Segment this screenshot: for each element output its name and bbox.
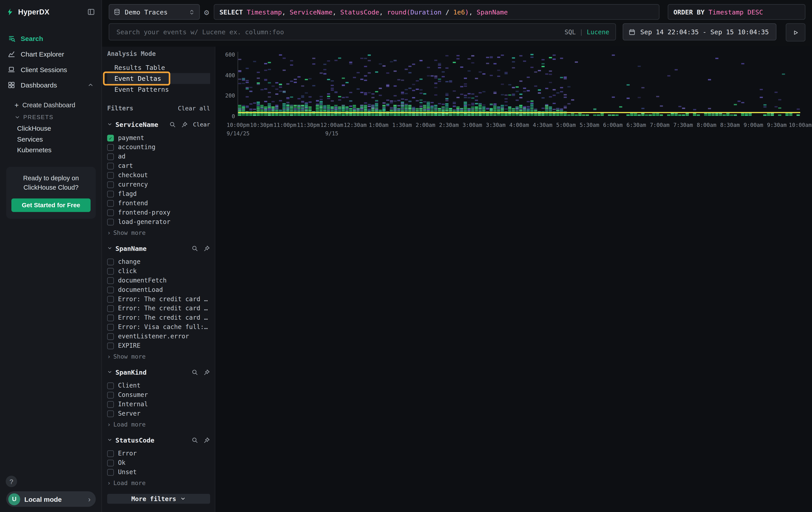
facet-value-ok[interactable]: Ok (107, 458, 210, 467)
checkbox-icon[interactable] (107, 314, 114, 321)
facet-value-eventlistener-error[interactable]: eventListener.error (107, 332, 210, 341)
facet-value-change[interactable]: change (107, 257, 210, 266)
checkbox-icon[interactable] (107, 259, 114, 265)
checkbox-icon[interactable] (107, 268, 114, 274)
nav-client-sessions[interactable]: Client Sessions (0, 62, 102, 77)
get-started-button[interactable]: Get Started for Free (11, 198, 90, 212)
facet-value-frontend[interactable]: frontend (107, 198, 210, 208)
checkbox-icon[interactable] (107, 181, 114, 188)
checkbox-icon[interactable] (107, 469, 114, 476)
checkbox-icon[interactable] (107, 401, 114, 408)
facet-load-more[interactable]: › Load more (107, 421, 210, 428)
facet-value-ad[interactable]: ad (107, 152, 210, 161)
checkbox-icon[interactable] (107, 459, 114, 466)
facet-value-documentfetch[interactable]: documentFetch (107, 276, 210, 285)
facet-value-error-the-credit-card-[interactable]: Error: The credit card (… (107, 304, 210, 313)
facet-load-more[interactable]: › Load more (107, 479, 210, 487)
checkbox-icon[interactable] (107, 172, 114, 179)
facet-value-load-generator[interactable]: load-generator (107, 217, 210, 226)
nav-dashboards[interactable]: Dashboards (0, 77, 102, 93)
facet-value-error-visa-cache-full-[interactable]: Error: Visa cache full: … (107, 322, 210, 332)
facet-value-documentload[interactable]: documentLoad (107, 285, 210, 294)
facet-value-client[interactable]: Client (107, 381, 210, 390)
language-lucene-option[interactable]: Lucene (587, 28, 609, 36)
chevron-up-icon[interactable] (87, 81, 94, 89)
mode-results-table[interactable]: Results Table (107, 62, 210, 73)
facet-value-cart[interactable]: cart (107, 161, 210, 170)
facet-pin-icon[interactable] (203, 245, 210, 251)
mode-event-deltas[interactable]: Event Deltas (107, 73, 210, 84)
facet-value-unset[interactable]: Unset (107, 467, 210, 477)
checkbox-icon[interactable] (107, 277, 114, 284)
run-query-button[interactable] (786, 23, 805, 42)
help-button[interactable]: ? (6, 476, 17, 487)
checkbox-icon[interactable] (107, 324, 114, 330)
checkbox-icon[interactable] (107, 342, 114, 349)
presets-toggle[interactable]: PRESETS (0, 111, 102, 123)
user-menu[interactable]: U Local mode › (6, 491, 96, 507)
facet-header[interactable]: ServiceName Clear (107, 120, 210, 129)
facet-header[interactable]: SpanKind (107, 368, 210, 377)
clear-all-filters-button[interactable]: Clear all (178, 105, 210, 112)
order-by-input[interactable]: ORDER BY Timestamp DESC (668, 4, 805, 20)
facet-search-icon[interactable] (169, 121, 176, 128)
search-input[interactable] (115, 27, 564, 36)
preset-services[interactable]: Services (0, 134, 102, 145)
checkbox-icon[interactable] (107, 200, 114, 206)
checkbox-icon[interactable] (107, 218, 114, 225)
nav-search[interactable]: Search (0, 30, 102, 46)
facet-value-server[interactable]: Server (107, 409, 210, 418)
preset-clickhouse[interactable]: ClickHouse (0, 123, 102, 134)
checkbox-checked-icon[interactable]: ✓ (107, 134, 114, 141)
checkbox-icon[interactable] (107, 305, 114, 312)
facet-search-icon[interactable] (192, 369, 198, 375)
facet-value-consumer[interactable]: Consumer (107, 390, 210, 400)
language-sql-option[interactable]: SQL (564, 28, 576, 36)
source-select[interactable]: Demo Traces (109, 4, 200, 20)
checkbox-icon[interactable] (107, 144, 114, 151)
facet-value-error-the-credit-card-[interactable]: Error: The credit card (… (107, 313, 210, 322)
checkbox-icon[interactable] (107, 392, 114, 398)
facet-value-accounting[interactable]: accounting (107, 142, 210, 152)
facet-value-error[interactable]: Error (107, 449, 210, 458)
mode-event-patterns[interactable]: Event Patterns (107, 84, 210, 95)
facet-value-error-the-credit-card-[interactable]: Error: The credit card (… (107, 294, 210, 304)
checkbox-icon[interactable] (107, 191, 114, 197)
checkbox-icon[interactable] (107, 450, 114, 457)
facet-search-icon[interactable] (192, 245, 198, 251)
facet-value-payment[interactable]: ✓payment (107, 133, 210, 142)
checkbox-icon[interactable] (107, 382, 114, 389)
facet-header[interactable]: SpanName (107, 244, 210, 253)
checkbox-icon[interactable] (107, 209, 114, 216)
facet-show-more[interactable]: › Show more (107, 229, 210, 236)
facet-value-click[interactable]: click (107, 266, 210, 276)
facet-search-icon[interactable] (192, 436, 198, 443)
checkbox-icon[interactable] (107, 162, 114, 169)
search-bar[interactable]: SQL | Lucene (109, 23, 616, 41)
facet-value-internal[interactable]: Internal (107, 400, 210, 409)
select-columns-input[interactable]: SELECT Timestamp, ServiceName, StatusCod… (214, 4, 659, 20)
events-heatmap-chart[interactable] (238, 52, 800, 116)
checkbox-icon[interactable] (107, 296, 114, 302)
checkbox-icon[interactable] (107, 333, 114, 340)
sidebar-collapse-icon[interactable] (87, 7, 95, 16)
facet-value-expire[interactable]: EXPIRE (107, 341, 210, 350)
facet-pin-icon[interactable] (181, 121, 188, 128)
checkbox-icon[interactable] (107, 286, 114, 293)
create-dashboard-button[interactable]: + Create Dashboard (0, 99, 102, 111)
facet-pin-icon[interactable] (203, 436, 210, 443)
preset-kubernetes[interactable]: Kubernetes (0, 145, 102, 156)
facet-value-currency[interactable]: currency (107, 180, 210, 189)
facet-pin-icon[interactable] (203, 369, 210, 375)
facet-value-frontend-proxy[interactable]: frontend-proxy (107, 208, 210, 217)
source-settings-gear-icon[interactable]: ⚙ (200, 4, 213, 20)
facet-value-flagd[interactable]: flagd (107, 189, 210, 198)
date-range-picker[interactable]: Sep 14 22:04:35 - Sep 15 10:04:35 (623, 23, 777, 41)
nav-chart-explorer[interactable]: Chart Explorer (0, 46, 102, 62)
checkbox-icon[interactable] (107, 153, 114, 160)
facet-value-checkout[interactable]: checkout (107, 170, 210, 180)
facet-clear-button[interactable]: Clear (193, 121, 210, 128)
checkbox-icon[interactable] (107, 410, 114, 417)
facet-header[interactable]: StatusCode (107, 435, 210, 445)
more-filters-button[interactable]: More filters (107, 494, 210, 504)
